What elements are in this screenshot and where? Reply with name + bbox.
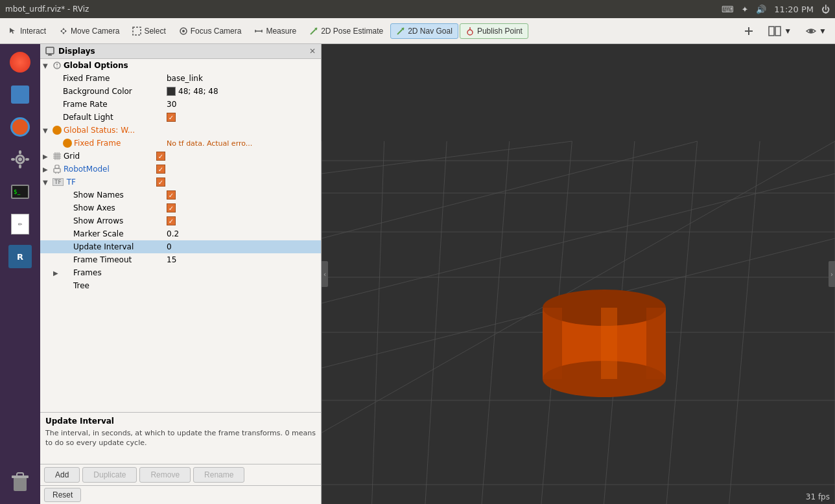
- expand-global-options[interactable]: ▼: [43, 62, 51, 69]
- background-color-row[interactable]: Background Color 48; 48; 48: [40, 85, 321, 98]
- move-camera-button[interactable]: Move Camera: [53, 23, 125, 39]
- expand-tf[interactable]: ▼: [43, 179, 51, 186]
- robot-icon: [53, 165, 62, 174]
- expand-grid[interactable]: ▶: [43, 153, 51, 160]
- update-interval-row[interactable]: Update Interval 0: [40, 240, 321, 253]
- tf-label: TF: [67, 178, 76, 187]
- add-toolbar-button[interactable]: [738, 23, 760, 40]
- reset-button[interactable]: Reset: [44, 488, 81, 502]
- robot-model-checkbox[interactable]: ✓: [156, 165, 165, 174]
- show-arrows-row[interactable]: Show Arrows ✓: [40, 214, 321, 227]
- svg-rect-21: [11, 158, 15, 161]
- robot-model-label: RobotModel: [64, 165, 110, 174]
- robot-shape: [530, 269, 679, 400]
- fixed-frame-row[interactable]: Fixed Frame base_link: [40, 72, 321, 85]
- left-resize-handle[interactable]: ‹: [322, 261, 328, 287]
- grid-checkbox[interactable]: ✓: [156, 152, 165, 161]
- viewport[interactable]: .grid-line { stroke: #505050; stroke-wid…: [322, 44, 835, 504]
- sidebar-item-texteditor[interactable]: ✏: [5, 209, 36, 240]
- fixed-frame-warn-value: No tf data. Actual erro...: [167, 139, 252, 148]
- svg-line-51: [425, 141, 447, 504]
- expand-global-status[interactable]: ▼: [43, 127, 51, 134]
- show-names-row[interactable]: Show Names ✓: [40, 189, 321, 201]
- toolbar-right: ▼ ▼: [738, 23, 832, 40]
- svg-rect-0: [133, 27, 141, 35]
- chevron-down-icon2: ▼: [819, 27, 827, 36]
- svg-line-50: [371, 141, 384, 504]
- tree-label: Tree: [63, 281, 89, 290]
- default-light-label: Default Light: [63, 113, 113, 122]
- sidebar-item-browser[interactable]: [5, 111, 36, 143]
- sidebar-item-files[interactable]: [5, 79, 36, 110]
- default-light-checkbox[interactable]: ✓: [167, 113, 176, 122]
- fixed-frame-label: Fixed Frame: [63, 74, 110, 83]
- fixed-frame-warn-row[interactable]: Fixed Frame No tf data. Actual erro...: [40, 137, 321, 150]
- frame-timeout-label: Frame Timeout: [63, 255, 132, 264]
- measure-icon: [254, 27, 263, 36]
- background-color-label: Background Color: [63, 87, 132, 96]
- expand-frames[interactable]: ▶: [53, 269, 61, 277]
- frame-timeout-value: 15: [167, 255, 176, 264]
- right-resize-handle[interactable]: ›: [829, 261, 835, 287]
- show-names-checkbox[interactable]: ✓: [167, 190, 176, 200]
- marker-scale-row[interactable]: Marker Scale 0.2: [40, 227, 321, 240]
- global-options-row[interactable]: ▼ Global Options: [40, 59, 321, 72]
- titlebar-right: ⌨ ✦ 🔊 11:20 PM ⏻: [722, 5, 830, 14]
- svg-rect-23: [14, 477, 27, 491]
- show-axes-row[interactable]: Show Axes ✓: [40, 201, 321, 214]
- show-arrows-checkbox[interactable]: ✓: [167, 216, 176, 225]
- panels-button[interactable]: ▼: [762, 23, 797, 40]
- rviz-icon: R: [8, 245, 32, 268]
- show-axes-label: Show Axes: [63, 203, 115, 212]
- svg-rect-66: [543, 308, 562, 379]
- titlebar: mbot_urdf.rviz* - RViz ⌨ ✦ 🔊 11:20 PM ⏻: [0, 0, 835, 18]
- browser-icon: [10, 117, 30, 137]
- expand-robot-model[interactable]: ▶: [43, 166, 51, 173]
- texteditor-icon: ✏: [11, 214, 29, 235]
- nav-goal-button[interactable]: 2D Nav Goal: [390, 23, 458, 39]
- global-status-row[interactable]: ▼ Global Status: W...: [40, 124, 321, 137]
- grid-icon: [53, 152, 62, 161]
- background-color-swatch[interactable]: [167, 87, 176, 96]
- tree-row[interactable]: Tree: [40, 279, 321, 292]
- select-button[interactable]: Select: [126, 23, 171, 39]
- frame-rate-row[interactable]: Frame Rate 30: [40, 98, 321, 111]
- robot-model-row[interactable]: ▶ RobotModel ✓: [40, 163, 321, 176]
- frame-timeout-row[interactable]: Frame Timeout 15: [40, 253, 321, 266]
- tf-row[interactable]: ▼ TF TF ✓: [40, 176, 321, 189]
- svg-rect-68: [601, 308, 617, 379]
- measure-button[interactable]: Measure: [248, 23, 302, 39]
- global-options-label: Global Options: [64, 61, 128, 70]
- close-icon[interactable]: ✕: [309, 47, 316, 56]
- sidebar-item-trash[interactable]: [5, 466, 36, 498]
- grid-label: Grid: [64, 152, 80, 161]
- view-button[interactable]: ▼: [800, 23, 832, 40]
- rename-button[interactable]: Rename: [193, 467, 244, 483]
- frame-rate-label: Frame Rate: [63, 100, 108, 109]
- grid-row[interactable]: ▶ Grid ✓: [40, 150, 321, 163]
- publish-point-button[interactable]: Publish Point: [460, 23, 528, 39]
- default-light-row[interactable]: Default Light ✓: [40, 111, 321, 124]
- global-options-icon: [53, 61, 62, 70]
- sidebar-item-settings[interactable]: [5, 144, 36, 175]
- sidebar-item-rviz[interactable]: R: [5, 241, 36, 272]
- frames-row[interactable]: ▶ Frames: [40, 266, 321, 279]
- pose-estimate-button[interactable]: 2D Pose Estimate: [303, 23, 389, 39]
- focus-icon: [179, 27, 188, 36]
- svg-line-62: [322, 141, 572, 174]
- sidebar-item-terminal[interactable]: $_: [5, 176, 36, 207]
- tf-checkbox[interactable]: ✓: [156, 178, 165, 187]
- duplicate-button[interactable]: Duplicate: [82, 467, 137, 483]
- reset-bar: Reset: [40, 485, 321, 504]
- add-button[interactable]: Add: [44, 467, 80, 483]
- svg-point-2: [182, 30, 185, 32]
- tf-icon: TF: [53, 178, 64, 186]
- focus-camera-button[interactable]: Focus Camera: [173, 23, 248, 39]
- plus-icon: [744, 26, 754, 36]
- marker-scale-label: Marker Scale: [63, 229, 124, 238]
- remove-button[interactable]: Remove: [139, 467, 191, 483]
- displays-icon: [45, 47, 54, 56]
- show-axes-checkbox[interactable]: ✓: [167, 203, 176, 212]
- interact-button[interactable]: Interact: [3, 23, 52, 39]
- sidebar-item-ubuntu[interactable]: [5, 47, 36, 78]
